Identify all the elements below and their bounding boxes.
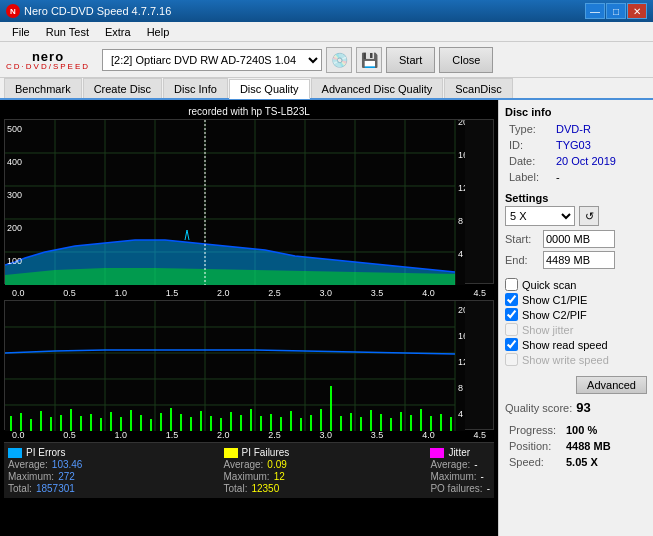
svg-text:12: 12	[458, 357, 465, 367]
tab-disc-info[interactable]: Disc Info	[163, 78, 228, 98]
show-c2-pif-row: Show C2/PIF	[505, 308, 647, 321]
refresh-button[interactable]: ↺	[579, 206, 599, 226]
advanced-btn-container: Advanced	[505, 374, 647, 394]
progress-value: 100 %	[564, 423, 645, 437]
show-jitter-row: Show jitter	[505, 323, 647, 336]
show-read-speed-checkbox[interactable]	[505, 338, 518, 351]
tab-advanced-disc-quality[interactable]: Advanced Disc Quality	[311, 78, 444, 98]
pi-errors-total-label: Total:	[8, 483, 32, 494]
show-write-speed-row: Show write speed	[505, 353, 647, 366]
svg-rect-73	[330, 386, 332, 431]
svg-rect-61	[210, 416, 212, 431]
progress-label: Progress:	[507, 423, 562, 437]
side-panel: Disc info Type: DVD-R ID: TYG03 Date: 20…	[498, 100, 653, 536]
nero-logo-subtitle: CD·DVD/SPEED	[6, 62, 90, 71]
pi-failures-total-label: Total:	[224, 483, 248, 494]
svg-text:20: 20	[458, 120, 465, 127]
svg-rect-72	[320, 409, 322, 431]
svg-rect-83	[430, 416, 432, 431]
speed-label: Speed:	[507, 455, 562, 469]
position-label: Position:	[507, 439, 562, 453]
speed-selector[interactable]: 5 X 4 X 8 X Max	[505, 206, 575, 226]
minimize-button[interactable]: —	[585, 3, 605, 19]
svg-rect-59	[190, 417, 192, 431]
settings-section: Settings 5 X 4 X 8 X Max ↺ Start: End:	[505, 192, 647, 272]
graph-area: recorded with hp TS-LB23L	[0, 100, 498, 536]
disc-date-row: Date: 20 Oct 2019	[507, 154, 645, 168]
position-row: Position: 4488 MB	[507, 439, 645, 453]
show-c1-pie-checkbox[interactable]	[505, 293, 518, 306]
menu-run-test[interactable]: Run Test	[38, 24, 97, 40]
svg-text:4: 4	[458, 249, 463, 259]
title-bar: N Nero CD-DVD Speed 4.7.7.16 — □ ✕	[0, 0, 653, 22]
svg-rect-49	[90, 414, 92, 431]
show-c2-pif-label: Show C2/PIF	[522, 309, 587, 321]
start-input[interactable]	[543, 230, 615, 248]
svg-rect-57	[170, 408, 172, 431]
svg-rect-60	[200, 411, 202, 431]
tab-disc-quality[interactable]: Disc Quality	[229, 79, 310, 99]
tab-create-disc[interactable]: Create Disc	[83, 78, 162, 98]
svg-rect-42	[20, 413, 22, 431]
menu-extra[interactable]: Extra	[97, 24, 139, 40]
upper-x-labels: 0.0 0.5 1.0 1.5 2.0 2.5 3.0 3.5 4.0 4.5	[4, 288, 494, 298]
close-window-button[interactable]: ✕	[627, 3, 647, 19]
type-value: DVD-R	[554, 122, 645, 136]
quick-scan-checkbox[interactable]	[505, 278, 518, 291]
svg-rect-48	[80, 416, 82, 431]
drive-selector[interactable]: [2:2] Optiarc DVD RW AD-7240S 1.04	[102, 49, 322, 71]
pi-failures-avg-label: Average:	[224, 459, 264, 470]
jitter-max-value: -	[481, 471, 484, 482]
svg-rect-75	[350, 413, 352, 431]
svg-rect-68	[280, 417, 282, 431]
start-button[interactable]: Start	[386, 47, 435, 73]
menu-file[interactable]: File	[4, 24, 38, 40]
show-read-speed-label: Show read speed	[522, 339, 608, 351]
svg-rect-50	[100, 418, 102, 431]
svg-rect-82	[420, 409, 422, 431]
po-failures-value: -	[487, 483, 490, 494]
svg-rect-62	[220, 418, 222, 431]
quick-scan-row: Quick scan	[505, 278, 647, 291]
pi-errors-avg-value: 103.46	[52, 459, 83, 470]
speed-row: 5 X 4 X 8 X Max ↺	[505, 206, 647, 226]
svg-rect-55	[150, 419, 152, 431]
position-value: 4488 MB	[564, 439, 645, 453]
disc-type-row: Type: DVD-R	[507, 122, 645, 136]
svg-rect-77	[370, 410, 372, 431]
quality-row: Quality score: 93	[505, 400, 647, 415]
svg-rect-52	[120, 417, 122, 431]
quick-scan-label: Quick scan	[522, 279, 576, 291]
speed-row: Speed: 5.05 X	[507, 455, 645, 469]
disc-icon-button[interactable]: 💿	[326, 47, 352, 73]
svg-rect-66	[260, 416, 262, 431]
main-content: recorded with hp TS-LB23L	[0, 100, 653, 536]
type-label: Type:	[507, 122, 552, 136]
toolbar: nero CD·DVD/SPEED [2:2] Optiarc DVD RW A…	[0, 42, 653, 78]
show-write-speed-checkbox	[505, 353, 518, 366]
show-write-speed-label: Show write speed	[522, 354, 609, 366]
save-icon-button[interactable]: 💾	[356, 47, 382, 73]
tab-bar: Benchmark Create Disc Disc Info Disc Qua…	[0, 78, 653, 100]
svg-rect-44	[40, 411, 42, 431]
app-title: Nero CD-DVD Speed 4.7.7.16	[24, 5, 585, 17]
maximize-button[interactable]: □	[606, 3, 626, 19]
tab-benchmark[interactable]: Benchmark	[4, 78, 82, 98]
show-c2-pif-checkbox[interactable]	[505, 308, 518, 321]
close-button[interactable]: Close	[439, 47, 493, 73]
jitter-color	[430, 448, 444, 458]
legend-pi-errors: PI Errors Average: 103.46 Maximum: 272 T…	[8, 447, 82, 494]
tab-scan-disc[interactable]: ScanDisc	[444, 78, 512, 98]
menu-help[interactable]: Help	[139, 24, 178, 40]
legend: PI Errors Average: 103.46 Maximum: 272 T…	[4, 442, 494, 498]
svg-text:400: 400	[7, 157, 22, 167]
svg-rect-43	[30, 419, 32, 431]
advanced-button[interactable]: Advanced	[576, 376, 647, 394]
end-label: End:	[505, 254, 543, 266]
svg-rect-41	[10, 416, 12, 431]
date-value: 20 Oct 2019	[554, 154, 645, 168]
end-input[interactable]	[543, 251, 615, 269]
pi-errors-avg-label: Average:	[8, 459, 48, 470]
disc-id-row: ID: TYG03	[507, 138, 645, 152]
svg-rect-67	[270, 414, 272, 431]
